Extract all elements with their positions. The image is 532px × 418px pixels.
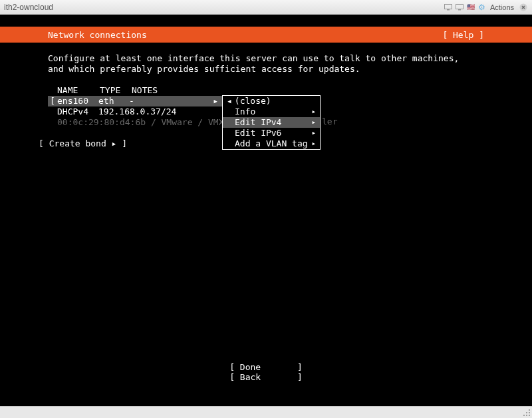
chevron-right-icon: ▸ [311,117,316,128]
menu-item-edit-ipv6[interactable]: Edit IPv6 ▸ [223,128,320,138]
titlebar: ith2-owncloud 🇺🇸 ⚙ Actions [0,0,532,15]
gear-icon[interactable]: ⚙ [477,3,487,11]
description-text: Configure at least one interface this se… [48,53,484,75]
screen2-icon[interactable] [455,3,464,11]
menu-item-info[interactable]: Info ▸ [223,106,320,117]
dhcp-label: DHCPv4 [57,106,98,117]
svg-point-6 [529,412,530,413]
chevron-right-icon: ▸ [311,138,316,149]
iface-type: eth [98,96,129,106]
svg-point-9 [526,415,527,416]
svg-point-10 [523,415,525,416]
iface-notes: - [129,96,213,106]
interface-context-menu: ◂ (close) Info ▸ Edit IPv4 ▸ [222,95,321,150]
row-open-bracket: [ [48,96,57,106]
body: Configure at least one interface this se… [0,43,532,406]
svg-rect-2 [456,4,463,9]
chevron-left-icon: ◂ [227,96,232,106]
resize-grip-icon[interactable] [523,409,531,417]
svg-rect-1 [447,9,450,11]
menu-item-edit-ipv4[interactable]: Edit IPv4 ▸ [223,117,320,128]
actions-dropdown[interactable]: Actions [490,3,514,11]
screen-title: Network connections [12,30,442,40]
titlebar-controls: 🇺🇸 ⚙ Actions [444,3,528,11]
footer-buttons: [ Done ] [ Back ] [0,362,532,382]
truncated-vendor-text: ler [322,116,337,127]
menu-item-close[interactable]: ◂ (close) [223,96,320,106]
svg-point-7 [526,412,527,413]
chevron-right-icon: ▸ [311,128,316,138]
svg-rect-3 [458,9,461,11]
screen-header: Network connections [ Help ] [0,27,532,43]
svg-point-8 [529,415,530,416]
interface-row-ens160[interactable]: [ ens160 eth - ▸ [48,96,222,106]
column-headers: NAME TYPE NOTES [57,85,484,96]
iface-name: ens160 [57,96,98,106]
console-area: Network connections [ Help ] Configure a… [0,15,532,406]
col-notes: NOTES [132,85,158,96]
col-type: TYPE [100,85,130,96]
screen-icon[interactable] [444,3,453,11]
vm-console-window: ith2-owncloud 🇺🇸 ⚙ Actions Network conne… [0,0,532,418]
chevron-right-icon: ▸ [311,106,316,117]
done-button[interactable]: [ Done ] [0,362,532,372]
svg-point-5 [529,409,530,411]
chevron-right-icon: ▸ [213,96,222,106]
window-title: ith2-owncloud [4,3,444,12]
menu-item-add-vlan[interactable]: Add a VLAN tag ▸ [223,138,320,149]
help-button[interactable]: [ Help ] [442,30,520,40]
col-name: NAME [57,85,98,96]
back-button[interactable]: [ Back ] [0,372,532,382]
statusbar [0,406,532,418]
interface-table: NAME TYPE NOTES [ ens160 eth - ▸ DHCPv4 … [57,85,484,128]
close-icon[interactable] [519,3,528,11]
dhcp-value: 192.168.0.37/24 [98,106,176,117]
svg-rect-0 [444,4,452,9]
keyboard-layout-flag-icon[interactable]: 🇺🇸 [466,3,475,11]
